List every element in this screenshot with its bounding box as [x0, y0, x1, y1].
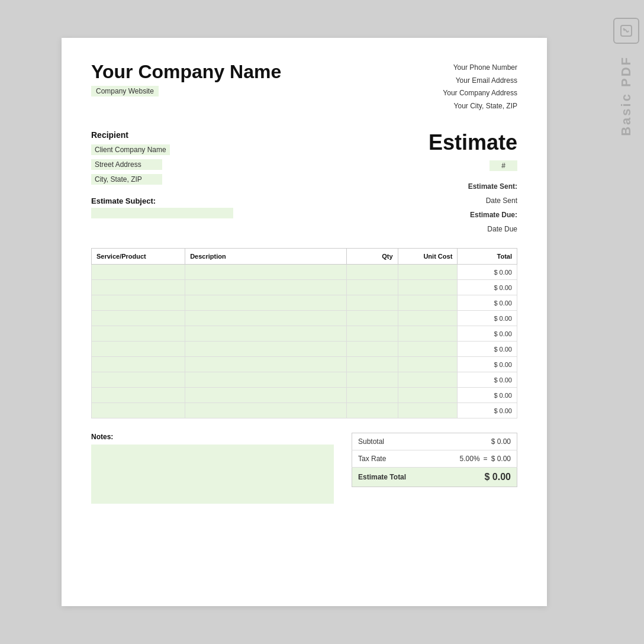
notes-box: [91, 445, 334, 504]
cell-service: [92, 265, 185, 280]
estimate-total-row: Estimate Total $ 0.00: [352, 468, 517, 487]
document-header: Your Company Name Company Website Your P…: [91, 62, 517, 112]
estimate-sent-label: Estimate Sent:: [468, 182, 517, 191]
totals-col: Subtotal $ 0.00 Tax Rate 5.00% = $ 0.00: [352, 433, 517, 487]
estimate-sent-value: Date Sent: [387, 194, 517, 208]
estimate-due-value: Date Due: [387, 222, 517, 236]
document: Your Company Name Company Website Your P…: [62, 38, 547, 606]
app-name: Basic PDF: [619, 56, 634, 136]
cell-desc: [185, 311, 347, 326]
recipient-street-value: Street Address: [91, 159, 162, 170]
table-row: $ 0.00: [92, 295, 517, 311]
estimate-title: Estimate: [387, 130, 517, 155]
recipient-street: Street Address: [91, 159, 387, 172]
company-phone: Your Phone Number: [443, 62, 517, 75]
bottom-section: Notes: Subtotal $ 0.00 Tax Rate 5.00%: [91, 433, 517, 504]
company-left: Your Company Name Company Website: [91, 62, 281, 96]
cell-total: $ 0.00: [458, 311, 517, 326]
recipient-city-value: City, State, ZIP: [91, 174, 162, 185]
cell-service: [92, 326, 185, 342]
subtotal-value: $ 0.00: [418, 433, 517, 450]
tax-row: Tax Rate 5.00% = $ 0.00: [352, 450, 517, 468]
cell-desc: [185, 372, 347, 388]
notes-col: Notes:: [91, 433, 334, 504]
cell-unit: [398, 372, 458, 388]
side-panel: Basic PDF: [608, 0, 644, 644]
cell-service: [92, 403, 185, 418]
cell-qty: [347, 388, 398, 403]
cell-desc: [185, 357, 347, 372]
cell-total: $ 0.00: [458, 295, 517, 311]
header-service: Service/Product: [92, 249, 185, 265]
cell-service: [92, 357, 185, 372]
cell-service: [92, 295, 185, 311]
table-row: $ 0.00: [92, 342, 517, 357]
header-unit: Unit Cost: [398, 249, 458, 265]
cell-total: $ 0.00: [458, 403, 517, 418]
cell-desc: [185, 403, 347, 418]
estimate-total-value: $ 0.00: [418, 468, 517, 487]
cell-qty: [347, 280, 398, 295]
tax-amount: $ 0.00: [491, 455, 511, 463]
table-row: $ 0.00: [92, 403, 517, 418]
cell-unit: [398, 342, 458, 357]
table-row: $ 0.00: [92, 388, 517, 403]
cell-service: [92, 388, 185, 403]
estimate-number: #: [490, 160, 517, 171]
subject-label: Estimate Subject:: [91, 197, 387, 205]
cell-qty: [347, 403, 398, 418]
cell-qty: [347, 265, 398, 280]
company-name: Your Company Name: [91, 62, 281, 82]
cell-qty: [347, 311, 398, 326]
totals-table: Subtotal $ 0.00 Tax Rate 5.00% = $ 0.00: [352, 433, 517, 487]
cell-service: [92, 342, 185, 357]
company-email: Your Email Address: [443, 75, 517, 88]
table-row: $ 0.00: [92, 326, 517, 342]
cell-unit: [398, 280, 458, 295]
cell-qty: [347, 372, 398, 388]
estimate-col: Estimate # Estimate Sent: Date Sent Esti…: [387, 130, 517, 236]
estimate-total-label: Estimate Total: [352, 468, 418, 487]
cell-unit: [398, 326, 458, 342]
estimate-dates: Estimate Sent: Date Sent Estimate Due: D…: [387, 179, 517, 236]
cell-total: $ 0.00: [458, 326, 517, 342]
pdf-icon[interactable]: [613, 18, 639, 44]
cell-qty: [347, 295, 398, 311]
cell-total: $ 0.00: [458, 342, 517, 357]
cell-desc: [185, 388, 347, 403]
items-table: Service/Product Description Qty Unit Cos…: [91, 248, 517, 418]
cell-total: $ 0.00: [458, 357, 517, 372]
recipient-col: Recipient Client Company Name Street Add…: [91, 130, 387, 236]
estimate-due-row: Estimate Due:: [387, 208, 517, 222]
recipient-label: Recipient: [91, 130, 387, 140]
notes-label: Notes:: [91, 433, 334, 441]
company-website: Company Website: [91, 86, 159, 96]
cell-unit: [398, 311, 458, 326]
tax-equals: =: [484, 455, 488, 463]
subtotal-row: Subtotal $ 0.00: [352, 433, 517, 450]
company-address: Your Company Address: [443, 87, 517, 100]
cell-desc: [185, 280, 347, 295]
svg-point-1: [623, 28, 625, 30]
subject-field: [91, 208, 233, 218]
cell-service: [92, 280, 185, 295]
recipient-company: Client Company Name: [91, 144, 387, 157]
table-row: $ 0.00: [92, 280, 517, 295]
subtotal-label: Subtotal: [352, 433, 418, 450]
cell-service: [92, 311, 185, 326]
cell-total: $ 0.00: [458, 372, 517, 388]
cell-desc: [185, 326, 347, 342]
header-desc: Description: [185, 249, 347, 265]
cell-desc: [185, 342, 347, 357]
cell-unit: [398, 357, 458, 372]
header-total: Total: [458, 249, 517, 265]
tax-percent: 5.00%: [460, 455, 480, 463]
cell-desc: [185, 265, 347, 280]
tax-value: 5.00% = $ 0.00: [418, 450, 517, 468]
tax-label: Tax Rate: [352, 450, 418, 468]
table-row: $ 0.00: [92, 311, 517, 326]
header-qty: Qty: [347, 249, 398, 265]
estimate-due-label: Estimate Due:: [470, 211, 517, 219]
table-row: $ 0.00: [92, 357, 517, 372]
cell-total: $ 0.00: [458, 388, 517, 403]
